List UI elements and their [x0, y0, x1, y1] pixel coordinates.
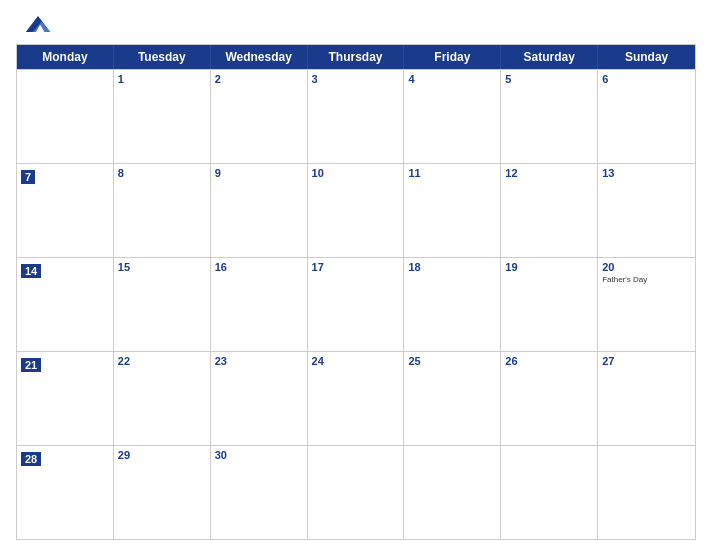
day-number: 28 — [21, 452, 41, 466]
day-number: 14 — [21, 264, 41, 278]
day-cell: 13 — [598, 164, 695, 257]
day-number: 8 — [118, 167, 206, 179]
week-row-3: 14151617181920Father's Day — [17, 257, 695, 351]
day-number: 3 — [312, 73, 400, 85]
weeks-container: 1234567891011121314151617181920Father's … — [17, 69, 695, 539]
day-cell: 6 — [598, 70, 695, 163]
day-cell: 7 — [17, 164, 114, 257]
day-cell: 26 — [501, 352, 598, 445]
day-number: 16 — [215, 261, 303, 273]
day-number: 27 — [602, 355, 691, 367]
day-cell: 27 — [598, 352, 695, 445]
day-number: 29 — [118, 449, 206, 461]
day-cell — [17, 70, 114, 163]
day-cell: 28 — [17, 446, 114, 539]
day-cell — [308, 446, 405, 539]
day-cell: 15 — [114, 258, 211, 351]
day-number: 26 — [505, 355, 593, 367]
week-row-1: 123456 — [17, 69, 695, 163]
calendar-page: MondayTuesdayWednesdayThursdayFridaySatu… — [0, 0, 712, 550]
week-row-4: 21222324252627 — [17, 351, 695, 445]
day-number: 10 — [312, 167, 400, 179]
event-label: Father's Day — [602, 275, 691, 285]
day-number: 4 — [408, 73, 496, 85]
day-cell: 24 — [308, 352, 405, 445]
day-header-friday: Friday — [404, 45, 501, 69]
day-cell: 25 — [404, 352, 501, 445]
day-header-tuesday: Tuesday — [114, 45, 211, 69]
day-number: 23 — [215, 355, 303, 367]
day-number: 30 — [215, 449, 303, 461]
day-cell: 8 — [114, 164, 211, 257]
day-header-wednesday: Wednesday — [211, 45, 308, 69]
day-cell: 9 — [211, 164, 308, 257]
page-header — [16, 10, 696, 38]
day-number: 13 — [602, 167, 691, 179]
day-cell: 3 — [308, 70, 405, 163]
day-header-monday: Monday — [17, 45, 114, 69]
day-cell: 10 — [308, 164, 405, 257]
day-cell: 4 — [404, 70, 501, 163]
day-cell: 1 — [114, 70, 211, 163]
logo — [20, 10, 56, 38]
day-cell: 23 — [211, 352, 308, 445]
day-number: 1 — [118, 73, 206, 85]
day-number: 17 — [312, 261, 400, 273]
day-cell: 16 — [211, 258, 308, 351]
day-cell: 22 — [114, 352, 211, 445]
day-cell: 30 — [211, 446, 308, 539]
day-number: 22 — [118, 355, 206, 367]
day-header-thursday: Thursday — [308, 45, 405, 69]
day-cell: 5 — [501, 70, 598, 163]
week-row-5: 282930 — [17, 445, 695, 539]
day-cell: 19 — [501, 258, 598, 351]
day-number: 18 — [408, 261, 496, 273]
day-number: 15 — [118, 261, 206, 273]
day-cell: 12 — [501, 164, 598, 257]
day-number: 2 — [215, 73, 303, 85]
day-header-saturday: Saturday — [501, 45, 598, 69]
day-cell: 17 — [308, 258, 405, 351]
week-row-2: 78910111213 — [17, 163, 695, 257]
logo-icon — [20, 10, 56, 38]
calendar-grid: MondayTuesdayWednesdayThursdayFridaySatu… — [16, 44, 696, 540]
day-number: 24 — [312, 355, 400, 367]
day-number: 25 — [408, 355, 496, 367]
day-cell — [501, 446, 598, 539]
day-cell: 11 — [404, 164, 501, 257]
day-number: 21 — [21, 358, 41, 372]
day-headers-row: MondayTuesdayWednesdayThursdayFridaySatu… — [17, 45, 695, 69]
day-number: 20 — [602, 261, 691, 273]
day-number: 19 — [505, 261, 593, 273]
day-number: 12 — [505, 167, 593, 179]
day-cell — [598, 446, 695, 539]
day-number: 9 — [215, 167, 303, 179]
day-number: 11 — [408, 167, 496, 179]
day-number: 7 — [21, 170, 35, 184]
day-cell: 21 — [17, 352, 114, 445]
day-number: 6 — [602, 73, 691, 85]
day-cell: 29 — [114, 446, 211, 539]
day-cell: 2 — [211, 70, 308, 163]
day-number: 5 — [505, 73, 593, 85]
day-cell: 20Father's Day — [598, 258, 695, 351]
day-cell — [404, 446, 501, 539]
day-cell: 14 — [17, 258, 114, 351]
day-header-sunday: Sunday — [598, 45, 695, 69]
day-cell: 18 — [404, 258, 501, 351]
